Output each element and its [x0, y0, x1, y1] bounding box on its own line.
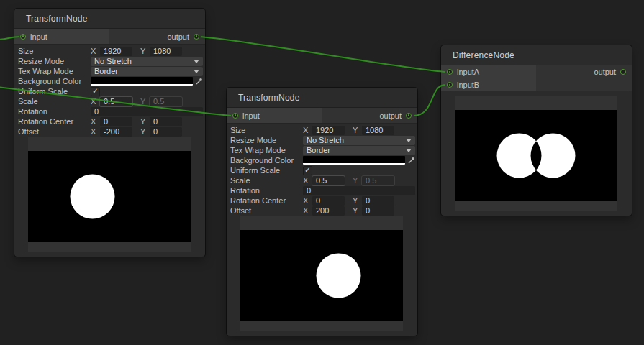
- rotation-center-y-field[interactable]: 0: [150, 117, 182, 126]
- size-x-field[interactable]: 1920: [100, 47, 132, 56]
- transform-node-1[interactable]: TransformNode input output Size X 1920 Y…: [14, 9, 205, 257]
- preview-image: [240, 230, 403, 321]
- scale-x-field[interactable]: 0.5: [312, 176, 345, 185]
- rotation-field[interactable]: 0: [91, 107, 203, 116]
- port-rows: inputA inputB output: [441, 65, 632, 91]
- output-port[interactable]: output: [167, 32, 205, 41]
- property-label: Resize Mode: [14, 57, 91, 65]
- offset-y-field[interactable]: 0: [150, 127, 182, 137]
- row-background-color: Background Color: [227, 155, 415, 165]
- node-title[interactable]: DifferenceNode: [441, 45, 632, 65]
- input-port[interactable]: input: [14, 32, 47, 41]
- preview-area: [28, 137, 191, 252]
- x-axis-label: X: [91, 97, 96, 106]
- row-scale: Scale X 0.5 Y 0.5: [227, 175, 415, 185]
- y-axis-label: Y: [140, 97, 146, 106]
- uniform-scale-checkbox[interactable]: ✓: [91, 87, 100, 96]
- preview-circle: [317, 254, 361, 298]
- rotation-center-x-field[interactable]: 0: [100, 117, 132, 126]
- background-color-swatch[interactable]: [303, 156, 405, 165]
- offset-x-field[interactable]: 200: [312, 206, 345, 216]
- output-port[interactable]: output: [594, 65, 632, 78]
- property-label: Rotation: [14, 107, 91, 116]
- property-rows: Size X 1920 Y 1080 Resize Mode No Stretc…: [14, 45, 205, 137]
- y-axis-label: Y: [140, 127, 146, 136]
- rotation-center-y-field[interactable]: 0: [362, 196, 394, 206]
- x-axis-label: X: [303, 196, 309, 205]
- input-port-icon[interactable]: [20, 34, 26, 40]
- tex-wrap-mode-dropdown[interactable]: Border: [303, 146, 415, 155]
- transform-node-2[interactable]: TransformNode input output Size X 1920 Y…: [227, 88, 417, 336]
- input-b-port[interactable]: inputB: [441, 78, 632, 91]
- input-port-icon[interactable]: [232, 113, 238, 119]
- eyedropper-icon[interactable]: [408, 157, 415, 164]
- row-size: Size X 1920 Y 1080: [14, 46, 203, 56]
- property-label: Size: [227, 126, 303, 134]
- resize-mode-dropdown[interactable]: No Stretch: [91, 57, 203, 66]
- y-axis-label: Y: [353, 196, 358, 205]
- y-axis-label: Y: [353, 176, 358, 185]
- property-label: Rotation Center: [14, 117, 91, 126]
- property-label: Background Color: [227, 156, 303, 165]
- row-scale: Scale X 0.5 Y 0.5: [14, 96, 203, 106]
- row-resize-mode: Resize Mode No Stretch: [14, 56, 203, 66]
- x-axis-label: X: [91, 117, 96, 126]
- dropdown-value: Border: [307, 146, 330, 155]
- row-background-color: Background Color: [14, 76, 203, 86]
- rotation-center-x-field[interactable]: 0: [312, 196, 345, 206]
- output-port[interactable]: output: [379, 111, 417, 120]
- property-label: Scale: [227, 176, 303, 185]
- offset-x-field[interactable]: -200: [100, 127, 132, 137]
- property-label: Tex Wrap Mode: [227, 146, 303, 155]
- background-color-swatch[interactable]: [91, 77, 193, 86]
- chevron-down-icon: [194, 70, 199, 73]
- size-x-field[interactable]: 1920: [312, 126, 345, 135]
- difference-node[interactable]: DifferenceNode inputA inputB output: [441, 45, 632, 216]
- row-size: Size X 1920 Y 1080: [227, 125, 415, 135]
- size-y-field[interactable]: 1080: [362, 126, 394, 135]
- input-b-port-label: inputB: [457, 80, 479, 89]
- property-label: Scale: [14, 97, 91, 106]
- port-row: input output: [227, 108, 417, 124]
- size-y-field[interactable]: 1080: [150, 47, 182, 56]
- property-label: Background Color: [14, 77, 91, 86]
- chevron-down-icon: [194, 60, 199, 63]
- rotation-field[interactable]: 0: [303, 186, 415, 196]
- output-port-icon[interactable]: [620, 69, 626, 75]
- y-axis-label: Y: [140, 117, 146, 126]
- resize-mode-dropdown[interactable]: No Stretch: [303, 136, 415, 145]
- scale-x-field[interactable]: 0.5: [100, 97, 132, 106]
- row-rotation-center: Rotation Center X 0 Y 0: [14, 116, 203, 126]
- property-label: Tex Wrap Mode: [14, 67, 91, 75]
- node-title[interactable]: TransformNode: [14, 9, 205, 29]
- input-b-port-icon[interactable]: [447, 82, 453, 88]
- node-title[interactable]: TransformNode: [227, 88, 417, 108]
- property-rows: Size X 1920 Y 1080 Resize Mode No Stretc…: [227, 124, 417, 216]
- output-port-icon[interactable]: [406, 113, 412, 119]
- property-label: Rotation: [227, 186, 303, 195]
- node-graph-canvas[interactable]: TransformNode input output Size X 1920 Y…: [0, 0, 644, 345]
- output-port-icon[interactable]: [194, 34, 199, 40]
- chevron-down-icon: [406, 149, 412, 152]
- x-axis-label: X: [91, 127, 96, 136]
- preview-image: [28, 151, 191, 242]
- output-port-label: output: [379, 111, 402, 120]
- row-rotation: Rotation 0: [14, 106, 203, 116]
- eyedropper-icon[interactable]: [196, 78, 203, 85]
- y-axis-label: Y: [140, 47, 146, 55]
- input-a-port-icon[interactable]: [447, 69, 453, 75]
- input-port[interactable]: input: [227, 111, 260, 120]
- uniform-scale-checkbox[interactable]: ✓: [303, 166, 312, 175]
- scale-y-field: 0.5: [150, 97, 182, 106]
- input-port-label: input: [242, 111, 260, 120]
- wire-transform1-to-inputA[interactable]: [201, 37, 445, 72]
- checkmark-icon: ✓: [304, 167, 310, 174]
- row-offset: Offset X 200 Y 0: [227, 206, 415, 216]
- tex-wrap-mode-dropdown[interactable]: Border: [91, 67, 203, 76]
- property-label: Uniform Scale: [227, 166, 303, 175]
- offset-y-field[interactable]: 0: [362, 206, 394, 216]
- preview-image: [455, 110, 617, 201]
- x-axis-label: X: [91, 47, 96, 55]
- preview-area: [455, 96, 617, 211]
- row-tex-wrap-mode: Tex Wrap Mode Border: [14, 66, 203, 76]
